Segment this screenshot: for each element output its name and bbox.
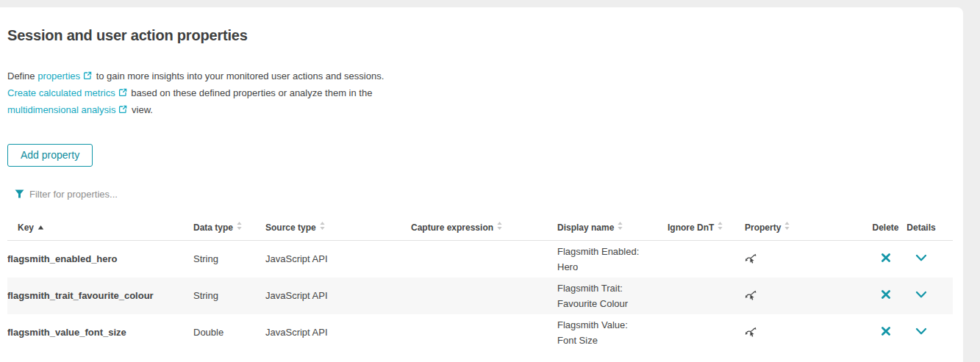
sort-unsorted-icon	[237, 222, 242, 233]
chevron-down-icon[interactable]	[915, 254, 927, 262]
property-type-cell	[745, 241, 868, 278]
sort-unsorted-icon	[618, 222, 623, 233]
multidimensional-analysis-link[interactable]: multidimensional analysis	[7, 104, 115, 115]
filter-properties-input[interactable]	[29, 189, 338, 200]
delete-icon[interactable]	[881, 326, 891, 336]
column-header-spacer	[939, 219, 953, 241]
property-ignore-dnt	[668, 241, 745, 278]
sort-unsorted-icon	[784, 222, 790, 233]
column-header-capture-expression[interactable]: Capture expression	[411, 219, 557, 241]
description-text-segment: view.	[129, 104, 153, 115]
property-ignore-dnt	[668, 314, 745, 351]
property-key: flagsmith_trait_favourite_colour	[7, 278, 193, 314]
property-key: flagsmith_enabled_hero	[7, 241, 193, 278]
delete-cell	[868, 314, 904, 351]
property-capture-expression	[411, 241, 557, 278]
filter-bar[interactable]	[7, 187, 953, 201]
description-line-3: multidimensional analysis view.	[7, 102, 953, 119]
chevron-down-icon[interactable]	[915, 327, 927, 336]
column-header-details: Details	[904, 219, 939, 241]
description-text: Define properties to gain more insights …	[7, 68, 953, 119]
delete-icon[interactable]	[881, 289, 891, 300]
property-data-type: String	[193, 241, 265, 278]
page-title: Session and user action properties	[7, 26, 953, 44]
properties-link[interactable]: properties	[37, 70, 80, 82]
property-ignore-dnt	[668, 278, 745, 314]
property-source-type: JavaScript API	[265, 278, 411, 314]
property-data-type: String	[193, 278, 265, 314]
sort-ascending-icon	[37, 222, 44, 233]
property-type-cell	[745, 314, 868, 351]
delete-cell	[868, 278, 904, 314]
external-link-icon[interactable]	[118, 103, 127, 119]
external-link-icon[interactable]	[118, 86, 127, 102]
table-row: flagsmith_value_font_size Double JavaScr…	[7, 314, 953, 351]
property-key: flagsmith_value_font_size	[7, 314, 193, 351]
property-display-name: Flagsmith Value:Font Size	[557, 314, 668, 351]
property-type-cell	[745, 278, 868, 314]
description-text-segment: to gain more insights into your monitore…	[93, 70, 384, 82]
add-property-button[interactable]: Add property	[7, 144, 93, 167]
details-cell	[904, 241, 939, 278]
description-line-2: Create calculated metrics based on these…	[7, 85, 953, 102]
external-link-icon[interactable]	[83, 69, 92, 85]
sort-unsorted-icon	[497, 222, 502, 233]
column-header-display-name[interactable]: Display name	[557, 219, 668, 241]
column-header-key[interactable]: Key	[7, 219, 193, 241]
sort-unsorted-icon	[718, 222, 723, 233]
user-action-property-icon	[745, 289, 757, 301]
delete-cell	[868, 241, 904, 278]
column-header-property[interactable]: Property	[745, 219, 868, 241]
description-text-segment: based on these defined properties or ana…	[129, 87, 373, 98]
filter-funnel-icon	[15, 189, 24, 198]
property-source-type: JavaScript API	[265, 241, 411, 278]
properties-table: Key Data type Source type Capture expres…	[7, 219, 953, 351]
details-cell	[904, 314, 939, 351]
column-header-data-type[interactable]: Data type	[193, 219, 265, 241]
chevron-down-icon[interactable]	[915, 291, 927, 299]
column-header-source-type[interactable]: Source type	[265, 219, 411, 241]
details-cell	[904, 278, 939, 314]
property-display-name: Flagsmith Trait:Favourite Colour	[557, 278, 668, 314]
description-text-segment: Define	[7, 70, 37, 82]
column-header-delete: Delete	[868, 219, 904, 241]
user-action-property-icon	[745, 325, 757, 338]
description-line-1: Define properties to gain more insights …	[7, 68, 953, 85]
property-data-type: Double	[193, 314, 265, 351]
create-calculated-metrics-link[interactable]: Create calculated metrics	[7, 87, 115, 98]
sort-unsorted-icon	[320, 222, 325, 233]
user-action-property-icon	[745, 252, 757, 264]
property-display-name: Flagsmith Enabled:Hero	[557, 241, 668, 278]
table-header-row: Key Data type Source type Capture expres…	[7, 219, 953, 241]
property-source-type: JavaScript API	[265, 314, 411, 351]
delete-icon[interactable]	[881, 253, 891, 263]
column-header-ignore-dnt[interactable]: Ignore DnT	[668, 219, 745, 241]
property-capture-expression	[411, 278, 557, 314]
table-row: flagsmith_trait_favourite_colour String …	[7, 278, 953, 314]
session-properties-panel: Session and user action properties Defin…	[0, 7, 963, 362]
property-capture-expression	[411, 314, 557, 351]
table-row: flagsmith_enabled_hero String JavaScript…	[7, 241, 953, 278]
